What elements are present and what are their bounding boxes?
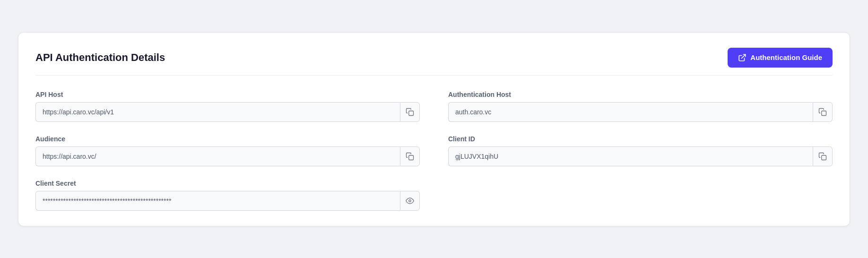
audience-field-group: Audience — [35, 135, 420, 166]
page-title: API Authentication Details — [35, 52, 165, 64]
client-secret-row — [35, 191, 420, 211]
api-host-label: API Host — [35, 91, 420, 98]
card-header: API Authentication Details Authenticatio… — [35, 48, 833, 76]
api-host-copy-button[interactable] — [400, 102, 420, 122]
svg-rect-1 — [409, 111, 414, 115]
auth-host-copy-button[interactable] — [813, 102, 833, 122]
audience-copy-button[interactable] — [400, 146, 420, 166]
auth-host-label: Authentication Host — [448, 91, 833, 98]
api-auth-details-card: API Authentication Details Authenticatio… — [18, 32, 850, 226]
external-link-icon — [738, 53, 746, 62]
client-id-input[interactable] — [448, 146, 813, 166]
api-host-field-group: API Host — [35, 91, 420, 122]
copy-icon — [406, 108, 414, 116]
client-id-copy-button[interactable] — [813, 146, 833, 166]
auth-host-field-group: Authentication Host — [448, 91, 833, 122]
client-id-label: Client ID — [448, 135, 833, 143]
api-host-row — [35, 102, 420, 122]
fields-grid: API Host Authentication Host — [35, 91, 833, 211]
client-id-field-group: Client ID — [448, 135, 833, 166]
audience-input[interactable] — [35, 146, 400, 166]
client-secret-input[interactable] — [35, 191, 400, 211]
svg-line-0 — [742, 54, 746, 58]
audience-row — [35, 146, 420, 166]
auth-host-row — [448, 102, 833, 122]
api-host-input[interactable] — [35, 102, 400, 122]
auth-host-input[interactable] — [448, 102, 813, 122]
client-secret-field-group: Client Secret — [35, 180, 420, 211]
client-id-row — [448, 146, 833, 166]
svg-rect-4 — [822, 155, 826, 160]
svg-rect-3 — [409, 155, 414, 160]
copy-icon — [406, 152, 414, 161]
copy-icon — [818, 108, 827, 116]
auth-guide-label: Authentication Guide — [750, 53, 822, 61]
audience-label: Audience — [35, 135, 420, 143]
client-secret-toggle-button[interactable] — [400, 191, 420, 211]
auth-guide-button[interactable]: Authentication Guide — [728, 48, 833, 68]
client-secret-label: Client Secret — [35, 180, 420, 187]
copy-icon — [818, 152, 827, 161]
eye-icon — [406, 197, 414, 205]
svg-rect-2 — [822, 111, 826, 115]
svg-point-5 — [409, 199, 411, 202]
